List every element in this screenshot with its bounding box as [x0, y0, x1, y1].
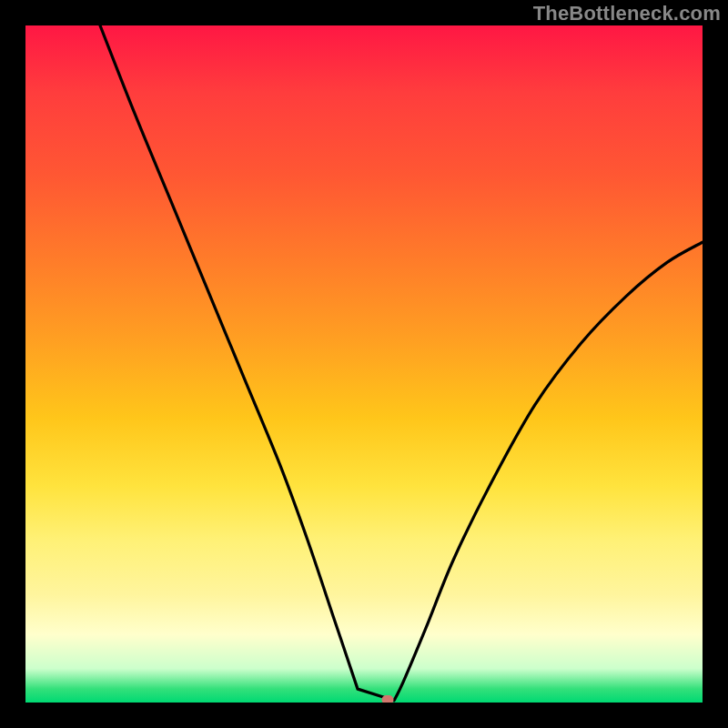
optimal-point-marker: [382, 695, 394, 703]
chart-outer-frame: TheBottleneck.com: [0, 0, 728, 728]
bottleneck-curve: [25, 25, 703, 703]
plot-area: [25, 25, 703, 703]
watermark-text: TheBottleneck.com: [533, 2, 721, 25]
